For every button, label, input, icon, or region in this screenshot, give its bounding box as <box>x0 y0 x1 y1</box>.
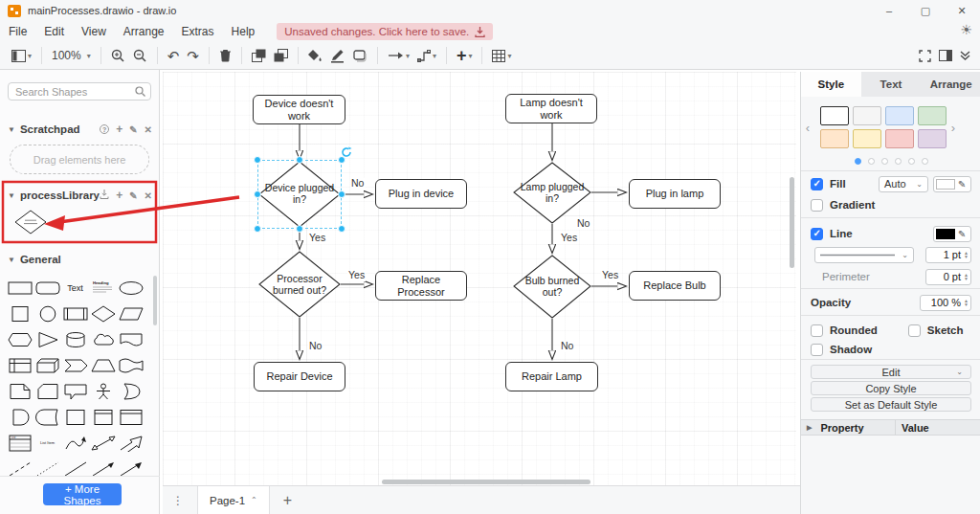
pages-menu-icon[interactable]: ⋮ <box>172 494 184 507</box>
style-swatch-8[interactable] <box>918 129 947 148</box>
unsaved-changes-badge[interactable]: Unsaved changes. Click here to save. <box>277 23 493 40</box>
fullscreen-button[interactable] <box>915 44 935 67</box>
menu-file[interactable]: File <box>0 23 35 40</box>
zoom-out-button[interactable] <box>129 44 151 67</box>
zoom-level-select[interactable]: 100%▾ <box>48 49 95 62</box>
node-replace-processor[interactable]: Replace Processor <box>375 271 467 301</box>
stepper-icons[interactable]: ▲▼ <box>964 299 969 307</box>
library-shape-decision-diamond[interactable] <box>11 207 50 237</box>
shape-parallelogram[interactable] <box>117 302 145 326</box>
add-page-button[interactable]: + <box>283 492 292 509</box>
shape-arrow[interactable] <box>117 431 145 456</box>
shape-and[interactable] <box>6 405 33 430</box>
tab-arrange[interactable]: Arrange <box>921 72 980 97</box>
node-plug-in-lamp[interactable]: Plug in lamp <box>629 179 721 209</box>
selection-handle-s[interactable] <box>296 225 303 233</box>
shape-hexagon[interactable] <box>6 327 33 352</box>
node-lamp-start[interactable]: Lamp doesn't work <box>505 94 597 123</box>
perimeter-spinner[interactable]: 0 pt ▲▼ <box>925 269 971 285</box>
shape-rectangle[interactable] <box>6 276 33 301</box>
node-plug-in-device[interactable]: Plug in device <box>375 179 467 209</box>
selection-handle-e[interactable] <box>338 190 345 198</box>
node-replace-bulb[interactable]: Replace Bulb <box>629 271 721 301</box>
node-device-start[interactable]: Device doesn't work <box>253 95 345 124</box>
sidebar-scrollbar[interactable] <box>153 276 157 325</box>
shape-curve[interactable] <box>61 431 89 456</box>
shape-cylinder[interactable] <box>61 327 89 352</box>
library-close-icon[interactable]: ✕ <box>145 190 152 201</box>
style-swatch-2[interactable] <box>853 106 881 125</box>
redo-button[interactable]: ↷ <box>183 44 203 67</box>
shape-line[interactable] <box>61 457 89 481</box>
selection-handle-n[interactable] <box>296 156 303 164</box>
selection-handle-se[interactable] <box>338 225 345 233</box>
undo-button[interactable]: ↶ <box>164 44 184 67</box>
scratchpad-dropzone[interactable]: Drag elements here <box>10 145 149 174</box>
gradient-checkbox[interactable] <box>811 199 823 212</box>
page-tab-page-1[interactable]: Page-1 ⌃ <box>197 486 270 514</box>
carousel-dot[interactable] <box>881 158 888 165</box>
view-panels-button[interactable]: ▾ <box>8 44 35 67</box>
shape-data-storage[interactable] <box>33 405 61 430</box>
shape-diamond[interactable] <box>89 302 117 326</box>
waypoint-arrow-button[interactable]: ▾ <box>384 44 413 67</box>
tab-style[interactable]: Style <box>801 72 861 97</box>
to-back-button[interactable] <box>270 44 292 67</box>
line-color-button[interactable] <box>326 44 349 67</box>
library-edit-icon[interactable]: ✎ <box>129 190 137 201</box>
shadow-checkbox[interactable] <box>811 344 823 356</box>
shape-step[interactable] <box>61 353 89 378</box>
line-style-select[interactable]: ⌄ <box>814 247 914 263</box>
set-default-style-button[interactable]: Set as Default Style <box>811 397 971 412</box>
to-front-button[interactable] <box>248 44 270 67</box>
shape-trapezoid[interactable] <box>89 353 117 378</box>
scratchpad-close-icon[interactable]: ✕ <box>145 124 152 135</box>
shadow-button[interactable] <box>349 44 371 67</box>
shape-rounded-rectangle[interactable] <box>33 276 61 301</box>
shape-horizontal-container[interactable] <box>117 405 145 430</box>
more-shapes-button[interactable]: + More Shapes <box>43 483 122 505</box>
library-download-icon[interactable] <box>100 190 109 201</box>
format-panel-toggle-button[interactable] <box>935 44 956 67</box>
library-add-icon[interactable]: + <box>116 189 122 202</box>
shape-actor[interactable] <box>89 379 117 404</box>
carousel-dot[interactable] <box>868 158 875 165</box>
scratchpad-help-icon[interactable]: ? <box>100 124 109 134</box>
menu-arrange[interactable]: Arrange <box>115 23 173 40</box>
delete-button[interactable] <box>215 44 235 67</box>
general-section-header[interactable]: ▼ General <box>0 252 160 267</box>
node-repair-lamp[interactable]: Repair Lamp <box>505 362 598 391</box>
shape-process[interactable] <box>61 302 89 326</box>
selection-handle-nw[interactable] <box>254 156 261 164</box>
search-input[interactable] <box>13 85 135 99</box>
fill-color-button[interactable] <box>304 44 326 67</box>
edit-style-button[interactable]: Edit ⌄ <box>811 365 971 379</box>
scratchpad-section-header[interactable]: ▼ Scratchpad ? + ✎ ✕ <box>0 122 160 137</box>
shape-heading[interactable]: Heading <box>89 276 117 301</box>
carousel-dot[interactable] <box>855 158 861 165</box>
shape-document[interactable] <box>117 327 145 352</box>
shape-internal-storage[interactable] <box>6 353 33 378</box>
style-swatch-1[interactable] <box>820 106 849 125</box>
table-button[interactable]: ▾ <box>488 44 515 67</box>
shape-card[interactable] <box>33 379 61 404</box>
style-swatch-3[interactable] <box>885 106 914 125</box>
line-width-spinner[interactable]: 1 pt ▲▼ <box>925 247 971 263</box>
shape-ellipse[interactable] <box>117 276 145 301</box>
theme-toggle-icon[interactable]: ☀ <box>960 22 972 37</box>
fill-checkbox[interactable] <box>811 178 823 190</box>
menu-edit[interactable]: Edit <box>35 23 73 40</box>
copy-style-button[interactable]: Copy Style <box>811 381 971 395</box>
insert-button[interactable]: + ▾ <box>453 44 477 67</box>
carousel-dot[interactable] <box>922 158 928 165</box>
carousel-dot[interactable] <box>895 158 902 165</box>
close-button[interactable]: ✕ <box>944 0 980 21</box>
canvas-vertical-scrollbar[interactable] <box>790 177 794 268</box>
node-lamp-decision2-label[interactable]: Bulb burned out? <box>517 275 588 298</box>
property-column-header[interactable]: ▶ Property <box>801 420 896 435</box>
minimize-button[interactable]: – <box>871 0 907 21</box>
shape-vertical-container[interactable] <box>89 405 117 430</box>
style-swatch-4[interactable] <box>918 106 947 125</box>
fill-mode-select[interactable]: Auto ⌄ <box>879 176 928 192</box>
sketch-checkbox[interactable] <box>908 324 921 337</box>
